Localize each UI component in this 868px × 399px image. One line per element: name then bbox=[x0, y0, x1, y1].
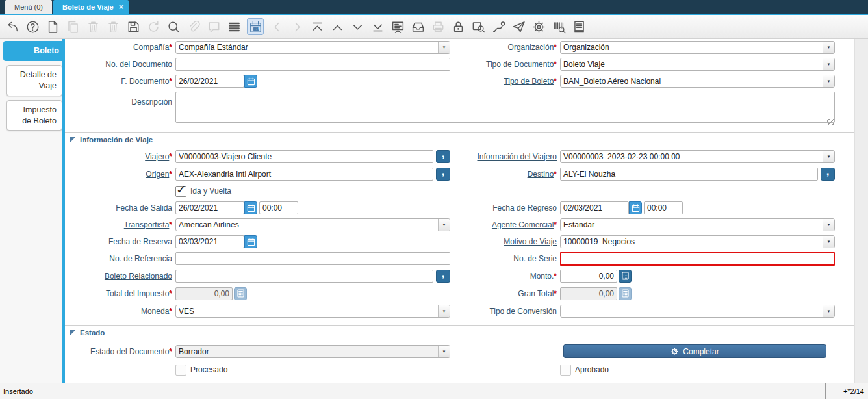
chevron-down-icon[interactable]: ▼ bbox=[438, 42, 450, 53]
zoom-across-icon[interactable] bbox=[471, 19, 485, 34]
agente-comercial-input[interactable] bbox=[561, 219, 823, 231]
monto-input[interactable] bbox=[560, 270, 617, 283]
record-lookup-icon[interactable]: , bbox=[436, 150, 450, 163]
motivo-viaje-label[interactable]: Motivo de Viaje bbox=[450, 237, 557, 246]
document-report-icon[interactable] bbox=[572, 19, 586, 34]
chevron-down-icon[interactable]: ▼ bbox=[438, 346, 450, 357]
tipo-conversion-label[interactable]: Tipo de Conversión bbox=[450, 307, 557, 316]
f-documento-input[interactable] bbox=[175, 75, 244, 88]
estado-documento-combo[interactable]: ▼ bbox=[175, 345, 450, 358]
next-record-icon[interactable] bbox=[350, 19, 364, 34]
tipo-documento-label[interactable]: Tipo de Documento* bbox=[450, 60, 557, 69]
find-icon[interactable] bbox=[166, 19, 181, 34]
boleto-relacionado-input[interactable] bbox=[175, 270, 433, 283]
chevron-down-icon[interactable]: ▼ bbox=[823, 42, 834, 53]
send-icon[interactable] bbox=[511, 19, 526, 34]
chevron-down-icon[interactable]: ▼ bbox=[823, 236, 834, 248]
fecha-reserva-input[interactable] bbox=[175, 235, 244, 248]
previous-record-icon[interactable] bbox=[330, 19, 344, 34]
new-record-icon[interactable] bbox=[45, 19, 60, 34]
motivo-viaje-combo[interactable]: ▼ bbox=[560, 235, 835, 248]
sidebar-tab-detalle-de-viaje[interactable]: Detalle de Viaje bbox=[6, 65, 62, 96]
grid-toggle-icon[interactable] bbox=[227, 19, 241, 34]
moneda-label[interactable]: Moneda* bbox=[65, 307, 172, 316]
informacion-viajero-input[interactable] bbox=[561, 151, 823, 162]
report-icon[interactable] bbox=[390, 19, 405, 34]
destino-input[interactable] bbox=[560, 168, 818, 181]
lock-icon[interactable] bbox=[451, 19, 465, 34]
transportista-input[interactable] bbox=[176, 219, 438, 231]
calendar-picker-icon[interactable] bbox=[244, 75, 257, 88]
descripcion-textarea[interactable] bbox=[175, 92, 835, 123]
viajero-label[interactable]: Viajero* bbox=[65, 152, 172, 161]
ida-y-vuelta-checkbox[interactable] bbox=[175, 186, 186, 197]
agente-comercial-combo[interactable]: ▼ bbox=[560, 218, 835, 231]
record-lookup-icon[interactable]: , bbox=[821, 168, 835, 181]
moneda-input[interactable] bbox=[176, 305, 438, 317]
fecha-salida-input[interactable] bbox=[175, 201, 244, 214]
tipo-documento-combo[interactable]: ▼ bbox=[560, 58, 835, 71]
no-referencia-input[interactable] bbox=[175, 252, 450, 265]
organizacion-input[interactable] bbox=[561, 42, 823, 53]
destino-label[interactable]: Destino* bbox=[450, 170, 557, 179]
origen-label[interactable]: Origen* bbox=[65, 170, 172, 179]
chevron-down-icon[interactable]: ▼ bbox=[823, 75, 834, 87]
undo-icon[interactable] bbox=[5, 19, 19, 34]
chevron-down-icon[interactable]: ▼ bbox=[438, 305, 450, 317]
calendar-picker-icon[interactable] bbox=[244, 201, 257, 214]
barcode-icon[interactable] bbox=[552, 19, 566, 34]
calendar-icon[interactable]: 31 bbox=[247, 18, 264, 35]
agente-comercial-label[interactable]: Agente Comercial* bbox=[450, 220, 557, 229]
no-documento-input[interactable] bbox=[175, 58, 450, 71]
compania-combo[interactable]: ▼ bbox=[175, 41, 450, 54]
record-lookup-icon[interactable]: , bbox=[436, 168, 450, 181]
hora-regreso-input[interactable] bbox=[644, 201, 683, 214]
compania-input[interactable] bbox=[176, 42, 438, 53]
motivo-viaje-input[interactable] bbox=[561, 236, 823, 248]
chevron-down-icon[interactable]: ▼ bbox=[823, 305, 834, 317]
chevron-down-icon[interactable]: ▼ bbox=[438, 219, 450, 231]
tipo-conversion-combo[interactable]: ▼ bbox=[560, 305, 835, 318]
informacion-viajero-label[interactable]: Información del Viajero bbox=[450, 152, 557, 161]
boleto-relacionado-label[interactable]: Boleto Relacionado bbox=[65, 272, 172, 281]
last-record-icon[interactable] bbox=[370, 19, 385, 34]
collapse-triangle-icon[interactable] bbox=[70, 137, 75, 142]
collapse-triangle-icon[interactable] bbox=[70, 330, 75, 335]
calendar-picker-icon[interactable] bbox=[629, 201, 642, 214]
help-icon[interactable] bbox=[25, 19, 40, 34]
aprobado-checkbox[interactable] bbox=[560, 365, 571, 376]
procesado-checkbox[interactable] bbox=[175, 365, 186, 376]
tipo-boleto-input[interactable] bbox=[561, 75, 823, 87]
section-estado[interactable]: Estado bbox=[65, 325, 854, 339]
completar-button[interactable]: Completar bbox=[563, 344, 826, 358]
save-icon[interactable] bbox=[126, 19, 140, 34]
tab-menu[interactable]: Menú (0) bbox=[5, 0, 52, 14]
scroll-gutter[interactable] bbox=[854, 39, 868, 383]
informacion-viajero-combo[interactable]: ▼ bbox=[560, 150, 835, 163]
estado-documento-input[interactable] bbox=[176, 346, 438, 357]
chevron-down-icon[interactable]: ▼ bbox=[823, 151, 834, 162]
sidebar-tab-boleto[interactable]: Boleto bbox=[3, 41, 65, 61]
first-record-icon[interactable] bbox=[310, 19, 324, 34]
hora-salida-input[interactable] bbox=[259, 201, 298, 214]
transportista-combo[interactable]: ▼ bbox=[175, 218, 450, 231]
calculator-icon[interactable] bbox=[619, 270, 632, 283]
moneda-combo[interactable]: ▼ bbox=[175, 305, 450, 318]
compania-label[interactable]: Compañía* bbox=[65, 43, 172, 52]
tipo-conversion-input[interactable] bbox=[561, 305, 823, 317]
section-informacion-de-viaje[interactable]: Información de Viaje bbox=[65, 132, 854, 146]
organizacion-combo[interactable]: ▼ bbox=[560, 41, 835, 54]
origen-input[interactable] bbox=[175, 168, 433, 181]
sidebar-tab-impuesto-de-boleto[interactable]: Impuesto de Boleto bbox=[6, 100, 62, 131]
fecha-regreso-input[interactable] bbox=[560, 201, 629, 214]
calendar-picker-icon[interactable] bbox=[244, 235, 257, 248]
organizacion-label[interactable]: Organización* bbox=[450, 43, 557, 52]
viajero-input[interactable] bbox=[175, 150, 433, 163]
chevron-down-icon[interactable]: ▼ bbox=[823, 58, 834, 70]
tab-boleto-de-viaje[interactable]: Boleto de Viaje × bbox=[53, 0, 129, 14]
tipo-boleto-combo[interactable]: ▼ bbox=[560, 75, 835, 88]
no-serie-input[interactable] bbox=[560, 252, 835, 266]
close-tab-icon[interactable]: × bbox=[119, 3, 124, 11]
resize-handle[interactable] bbox=[827, 119, 834, 125]
transportista-label[interactable]: Transportista* bbox=[65, 220, 172, 229]
